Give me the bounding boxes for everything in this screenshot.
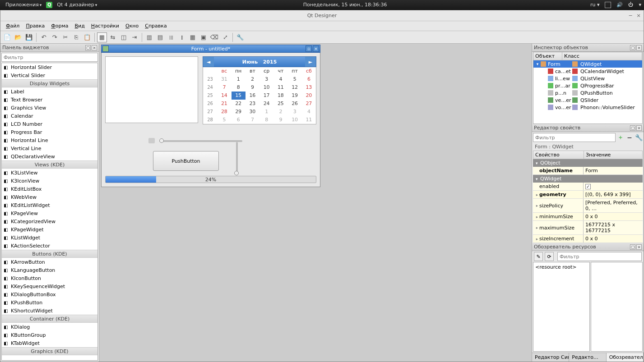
calendar-day[interactable]: 29 bbox=[232, 108, 246, 116]
object-row[interactable]: ve…erQSlider bbox=[533, 96, 642, 104]
property-row[interactable]: ▸geometry[(0, 0), 649 x 399] bbox=[533, 191, 643, 199]
object-row[interactable]: ca…etQCalendarWidget bbox=[533, 68, 642, 75]
calendar-day[interactable]: 13 bbox=[302, 83, 316, 92]
calendar-day[interactable]: 9 bbox=[246, 83, 259, 92]
calendar-day[interactable]: 7 bbox=[217, 83, 231, 92]
widget-item[interactable]: ◧Vertical Slider bbox=[2, 71, 97, 79]
property-value[interactable]: 0 x 0 bbox=[584, 235, 643, 243]
open-file-button[interactable]: 📂 bbox=[13, 32, 23, 42]
widget-item[interactable]: ◧Label bbox=[2, 87, 97, 96]
object-row[interactable]: ▾FormQWidget bbox=[533, 60, 642, 68]
resource-tree[interactable]: <resource root> bbox=[533, 262, 590, 352]
calendar-day[interactable]: 24 bbox=[259, 100, 273, 108]
tab-signals[interactable]: Редактор Сигнал… bbox=[532, 353, 569, 362]
property-group[interactable]: ▾QObject bbox=[533, 159, 643, 167]
calendar-day[interactable]: 22 bbox=[232, 100, 246, 108]
calendar-day[interactable]: 10 bbox=[259, 83, 273, 92]
undo-button[interactable]: ↶ bbox=[39, 32, 49, 42]
property-value[interactable]: 0 x 0 bbox=[584, 213, 643, 220]
break-layout-button[interactable]: ⌫ bbox=[209, 32, 219, 42]
widget-item[interactable]: ◧KPushButton bbox=[2, 298, 97, 307]
property-row[interactable]: ▸maximumSize16777215 x 16777215 bbox=[533, 221, 643, 235]
layout-hsplit-button[interactable]: ⫼ bbox=[166, 32, 176, 42]
property-row[interactable]: ▸sizePolicy[Preferred, Preferred, 0, … bbox=[533, 199, 643, 213]
calendar-day[interactable]: 10 bbox=[288, 116, 302, 124]
widget-item[interactable]: ◧LCD Number bbox=[2, 120, 97, 128]
property-value[interactable]: ✓ bbox=[584, 183, 643, 190]
calendar-day[interactable]: 21 bbox=[217, 100, 231, 108]
redo-button[interactable]: ↷ bbox=[50, 32, 60, 42]
progressbar-widget[interactable]: 24% bbox=[105, 176, 316, 183]
calendar-day[interactable]: 25 bbox=[273, 100, 287, 108]
tab-resources[interactable]: Обозревател… bbox=[607, 353, 644, 362]
calendar-day[interactable]: 3 bbox=[259, 75, 273, 83]
calendar-day[interactable]: 5 bbox=[288, 75, 302, 83]
new-file-button[interactable]: 📄 bbox=[2, 32, 12, 42]
save-file-button[interactable]: 💾 bbox=[24, 32, 34, 42]
reload-resources-button[interactable]: ⟳ bbox=[545, 252, 554, 261]
tray-more-icon[interactable]: ▾ bbox=[639, 2, 641, 8]
keyboard-layout[interactable]: ru ▾ bbox=[590, 2, 600, 8]
property-value[interactable]: [Preferred, Preferred, 0, … bbox=[584, 199, 643, 212]
calendar-day[interactable]: 4 bbox=[273, 75, 287, 83]
layout-grid-button[interactable]: ▦ bbox=[188, 32, 198, 42]
widget-item[interactable]: ◧Horizontal Line bbox=[2, 136, 97, 144]
widget-item[interactable]: ◧KActionSelector bbox=[2, 242, 97, 250]
pushbutton-widget[interactable]: PushButton bbox=[153, 151, 219, 171]
widget-item[interactable]: ◧KCategorizedView bbox=[2, 217, 97, 225]
object-row[interactable]: p…nQPushButton bbox=[533, 89, 642, 96]
object-row[interactable]: vo…erPhonon::VolumeSlider bbox=[533, 104, 642, 111]
slider-thumb[interactable] bbox=[234, 171, 239, 175]
property-value[interactable]: Form bbox=[584, 167, 643, 174]
property-group[interactable]: ▾QWidget bbox=[533, 175, 643, 183]
object-row[interactable]: li…ewQListView bbox=[533, 75, 642, 82]
resource-filter-input[interactable] bbox=[557, 252, 642, 261]
widget-item[interactable]: ◧Text Browser bbox=[2, 96, 97, 104]
calendar-day[interactable]: 20 bbox=[302, 92, 316, 100]
config-button[interactable]: 🔧 bbox=[635, 133, 643, 142]
resource-preview[interactable] bbox=[591, 262, 643, 352]
widget-item[interactable]: ◧Vertical Line bbox=[2, 144, 97, 152]
month-year-label[interactable]: Июнь 2015 bbox=[214, 59, 305, 65]
calendar-day[interactable]: 5 bbox=[217, 116, 231, 124]
widget-item[interactable]: ◧KArrowButton bbox=[2, 258, 97, 266]
calendar-widget[interactable]: ◄ Июнь 2015 ► вспнвтсрчтптсб233112345624… bbox=[203, 56, 316, 124]
layout-v-button[interactable]: ▤ bbox=[155, 32, 165, 42]
calendar-day[interactable]: 1 bbox=[232, 75, 246, 83]
menu-форма[interactable]: Форма bbox=[48, 22, 71, 30]
widget-item[interactable]: ◧KPageView bbox=[2, 209, 97, 217]
tab-order-button[interactable]: ⇥ bbox=[130, 32, 139, 42]
close-button[interactable]: × bbox=[635, 13, 642, 19]
listview-widget[interactable] bbox=[105, 56, 198, 123]
dock-button[interactable]: ▢ bbox=[630, 244, 635, 250]
tray-volume-icon[interactable]: 🔊 bbox=[616, 2, 623, 8]
widget-item[interactable]: ◧KDialog bbox=[2, 323, 97, 331]
property-row[interactable]: ▸minimumSize0 x 0 bbox=[533, 213, 643, 221]
widget-item[interactable]: ◧Horizontal Slider bbox=[2, 63, 97, 71]
widget-category[interactable]: Container (KDE) bbox=[2, 315, 97, 323]
design-canvas[interactable]: Form - untitled* ▫× ◄ Июнь 2015 ► вспнвт… bbox=[99, 44, 532, 362]
calendar-day[interactable]: 26 bbox=[288, 100, 302, 108]
tab-actions[interactable]: Редакто… bbox=[569, 353, 606, 362]
widget-item[interactable]: ◧Calendar bbox=[2, 112, 97, 120]
signals-slots-button[interactable]: ⇆ bbox=[108, 32, 118, 42]
volume-slider-widget[interactable] bbox=[148, 137, 242, 145]
close-panel-button[interactable]: × bbox=[636, 244, 642, 250]
widget-item[interactable]: ◧QDeclarativeView bbox=[2, 152, 97, 160]
calendar-day[interactable]: 3 bbox=[288, 108, 302, 116]
menu-окно[interactable]: Окно bbox=[123, 22, 141, 30]
property-row[interactable]: ▸sizeIncrement0 x 0 bbox=[533, 235, 643, 243]
prev-month-button[interactable]: ◄ bbox=[203, 57, 214, 67]
calendar-day[interactable]: 11 bbox=[273, 83, 287, 92]
calendar-day[interactable]: 16 bbox=[246, 92, 259, 100]
property-value[interactable]: [(0, 0), 649 x 399] bbox=[584, 191, 643, 198]
calendar-day[interactable]: 14 bbox=[217, 92, 231, 100]
calendar-day[interactable]: 4 bbox=[302, 108, 316, 116]
tray-network-icon[interactable] bbox=[605, 2, 611, 8]
menu-файл[interactable]: Файл bbox=[3, 22, 22, 30]
widget-item[interactable]: ◧KEditListBox bbox=[2, 185, 97, 193]
close-panel-button[interactable]: × bbox=[636, 45, 642, 50]
widget-category[interactable]: Buttons (KDE) bbox=[2, 250, 97, 258]
widget-item[interactable]: ◧KTabWidget bbox=[2, 339, 97, 347]
calendar-day[interactable]: 6 bbox=[232, 116, 246, 124]
